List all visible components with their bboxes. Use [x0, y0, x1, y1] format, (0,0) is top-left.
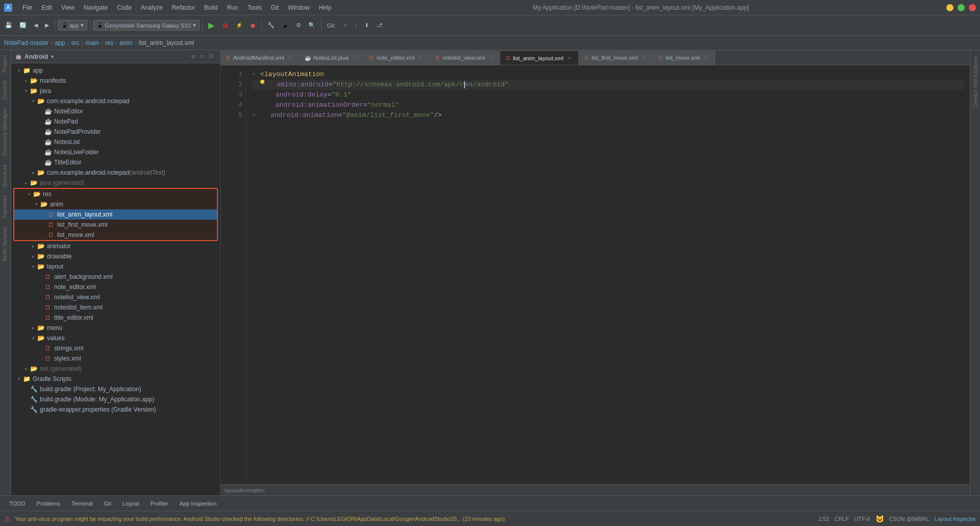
tab-notelist-view[interactable]: 🗋 notelist_view.xml × [430, 51, 500, 65]
tree-item-noteslist[interactable]: ▸ ☕ NotesList [11, 137, 220, 147]
menu-window[interactable]: Window [284, 3, 314, 13]
git-commit-btn[interactable]: ✓ [340, 20, 351, 30]
vert-tab-commit[interactable]: Commit [0, 77, 11, 104]
tree-item-res-gen[interactable]: ▸ 📂 res (generated) [11, 364, 220, 374]
vert-tab-favorites[interactable]: Favorites [0, 191, 11, 222]
fold-5[interactable]: ▾ [252, 110, 258, 121]
search-everywhere-btn[interactable]: 🔍 [305, 20, 318, 30]
breadcrumb-notePad[interactable]: NotePad-master [4, 39, 48, 46]
tree-item-java[interactable]: ▾ 📂 java [11, 86, 220, 96]
tree-item-list-move[interactable]: ▸ 🗋 list_move.xml [14, 230, 217, 240]
tree-item-title-editor-file[interactable]: ▸ 🗋 title_editor.xml [11, 313, 220, 323]
menu-help[interactable]: Help [315, 3, 336, 13]
menu-code[interactable]: Code [113, 3, 136, 13]
tree-item-layout[interactable]: ▾ 📂 layout [11, 261, 220, 272]
tab-close-notelist-view[interactable]: × [487, 54, 495, 61]
menu-edit[interactable]: Edit [37, 3, 56, 13]
bottom-tab-terminal[interactable]: Terminal [66, 498, 98, 509]
tree-item-notelist-view-file[interactable]: ▸ 🗋 notelist_view.xml [11, 292, 220, 302]
tree-item-list-anim-layout[interactable]: ▸ 🗋 list_anim_layout.xml [14, 209, 217, 220]
git-pull-btn[interactable]: ⬇ [361, 20, 372, 30]
panel-collapse-btn[interactable]: ≡ [199, 52, 206, 61]
bottom-tab-todo[interactable]: TODO [4, 498, 31, 509]
tree-item-build-gradle-proj[interactable]: ▸ 🔧 build.gradle (Project: My_Applicatio… [11, 384, 220, 394]
tree-item-res[interactable]: ▾ 📂 res [14, 189, 217, 199]
breadcrumb-app[interactable]: app [55, 39, 65, 46]
tree-item-noteslist-item-file[interactable]: ▸ 🗋 noteslist_item.xml [11, 302, 220, 313]
avd-btn[interactable]: 📱 [279, 20, 292, 30]
tree-item-menu[interactable]: ▸ 📂 menu [11, 323, 220, 333]
menu-git[interactable]: Git [267, 3, 283, 13]
tab-list-anim-layout[interactable]: 🗋 list_anim_layout.xml × [500, 51, 579, 65]
tab-close-noteslist[interactable]: × [351, 54, 358, 61]
minimize-button[interactable] [946, 4, 953, 11]
tree-item-titleeditor[interactable]: ▸ ☕ TitleEditor [11, 157, 220, 168]
sync-gradle-btn[interactable]: 🔧 [264, 20, 278, 30]
tree-item-strings-file[interactable]: ▸ 🗋 strings.xml [11, 343, 220, 353]
debug-btn[interactable]: 🐞 [218, 20, 232, 30]
sdk-btn[interactable]: ⚙ [293, 20, 304, 30]
bottom-tab-profiler[interactable]: Profiler [145, 498, 174, 509]
tab-close-androidmanifest[interactable]: × [287, 54, 294, 61]
code-content[interactable]: ▾ <layoutAnimation xmlns:android="http:/… [246, 65, 970, 484]
tree-item-com-notepad[interactable]: ▾ 📂 com.example.android.notepad [11, 96, 220, 106]
tab-list-first-move[interactable]: 🗋 list_first_move.xml × [579, 51, 653, 65]
status-layout-inspector[interactable]: Layout Inspector [935, 516, 976, 522]
profile-btn[interactable]: ⚡ [233, 20, 246, 30]
breadcrumb-src[interactable]: src [71, 39, 79, 46]
breadcrumb-anim[interactable]: anim [119, 39, 133, 46]
vert-tab-resource-manager[interactable]: Resource Manager [0, 104, 11, 160]
bottom-tab-git[interactable]: Git [99, 498, 116, 509]
git-push-btn[interactable]: ↑ [352, 21, 361, 30]
toolbar-back-btn[interactable]: ◀ [31, 20, 41, 30]
menu-run[interactable]: Run [223, 3, 242, 13]
panel-sync-btn[interactable]: ⊕ [189, 52, 198, 61]
menu-analyze[interactable]: Analyze [137, 3, 167, 13]
stop-btn[interactable]: ⏹ [247, 21, 259, 30]
fold-1[interactable]: ▾ [252, 69, 258, 80]
menu-build[interactable]: Build [200, 3, 222, 13]
menu-view[interactable]: View [57, 3, 79, 13]
tree-item-noteslivefolder[interactable]: ▸ ☕ NotesLiveFolder [11, 147, 220, 157]
tree-item-build-gradle-mod[interactable]: ▸ 🔧 build.gradle (Module: My_Application… [11, 394, 220, 404]
tree-item-note-editor-file[interactable]: ▸ 🗋 note_editor.xml [11, 282, 220, 292]
tab-noteslist[interactable]: ☕ NotesList.java × [300, 51, 364, 65]
tree-item-notepadprovider[interactable]: ▸ ☕ NotePadProvider [11, 127, 220, 137]
tree-item-gradle-scripts[interactable]: ▾ 📁 Gradle Scripts [11, 374, 220, 384]
vert-tab-project[interactable]: Project [0, 51, 11, 77]
breadcrumb-main[interactable]: main [85, 39, 99, 46]
tree-item-app[interactable]: ▾ 📁 app [11, 65, 220, 76]
tab-close-list-move[interactable]: × [702, 54, 709, 61]
run-btn[interactable]: ▶ [205, 19, 217, 32]
tree-item-alert-bg[interactable]: ▸ 🗋 alert_background.xml [11, 272, 220, 282]
tree-item-styles-file[interactable]: ▸ 🗋 styles.xml [11, 353, 220, 364]
tree-item-manifests[interactable]: ▸ 📂 manifests [11, 76, 220, 86]
tab-close-note-editor[interactable]: × [417, 54, 424, 61]
bottom-tab-app-inspection[interactable]: App Inspection [175, 498, 222, 509]
tab-note-editor[interactable]: 🗋 note_editor.xml × [364, 51, 430, 65]
tree-item-notepad[interactable]: ▸ ☕ NotePad [11, 116, 220, 127]
vert-tab-device-file[interactable]: Device File Explorer [971, 52, 980, 110]
tree-item-drawable[interactable]: ▸ 📂 drawable [11, 251, 220, 261]
menu-tools[interactable]: Tools [243, 3, 266, 13]
tab-close-list-first-move[interactable]: × [640, 54, 647, 61]
app-config-dropdown[interactable]: 📱 app ▾ [58, 20, 87, 31]
tree-item-gradle-wrapper[interactable]: ▸ 🔧 gradle-wrapper.properties (Gradle Ve… [11, 404, 220, 415]
menu-refactor[interactable]: Refactor [168, 3, 199, 13]
menu-navigate[interactable]: Navigate [80, 3, 112, 13]
tree-item-java-gen[interactable]: ▸ 📂 java (generated) [11, 178, 220, 188]
tab-androidmanifest[interactable]: 🗋 AndroidManifest.xml × [220, 51, 300, 65]
bottom-tab-logcat[interactable]: Logcat [117, 498, 144, 509]
toolbar-save-btn[interactable]: 💾 [2, 20, 15, 30]
toolbar-sync-btn[interactable]: 🔄 [16, 20, 30, 30]
breadcrumb-res[interactable]: res [105, 39, 113, 46]
vert-tab-structure[interactable]: Structure [0, 160, 11, 192]
close-button[interactable] [969, 4, 976, 11]
tree-item-list-first-move[interactable]: ▸ 🗋 list_first_move.xml [14, 220, 217, 230]
vert-tab-build-variants[interactable]: Build Variants [0, 223, 11, 265]
maximize-button[interactable] [958, 4, 965, 11]
git-branch-btn[interactable]: ⎇ [373, 20, 386, 30]
code-editor[interactable]: 1 2 3 4 5 ▾ <layoutAnimation xmlns:andro… [220, 65, 970, 484]
tab-close-list-anim-layout[interactable]: × [566, 55, 573, 62]
bottom-tab-problems[interactable]: Problems [32, 498, 65, 509]
